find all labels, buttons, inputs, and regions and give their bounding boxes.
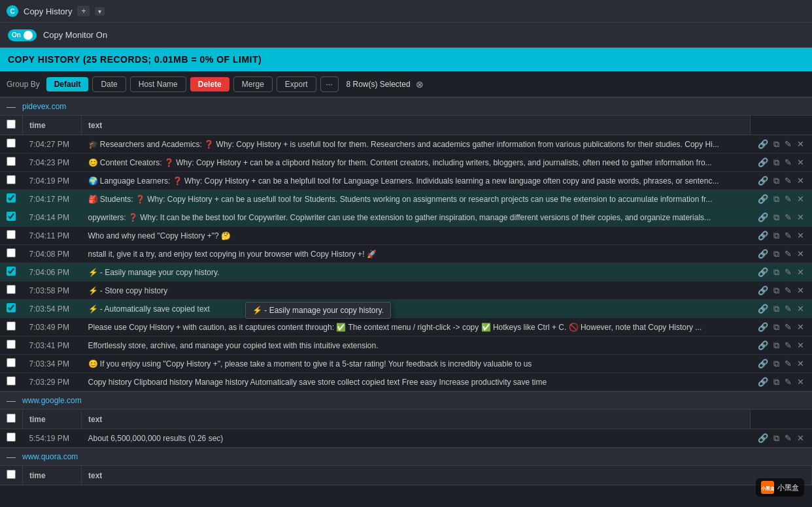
- row-checkbox[interactable]: [7, 267, 16, 276]
- table-row[interactable]: 7:03:41 PM Effortlessly store, archive, …: [0, 336, 812, 355]
- row-checkbox-cell[interactable]: [0, 318, 23, 336]
- link-icon[interactable]: 🔗: [756, 176, 770, 186]
- btn-default[interactable]: Default: [46, 77, 89, 91]
- copy-icon[interactable]: ⧉: [772, 157, 781, 168]
- link-icon[interactable]: 🔗: [756, 322, 770, 332]
- edit-icon[interactable]: ✎: [783, 359, 793, 368]
- edit-icon[interactable]: ✎: [783, 249, 793, 259]
- col-checkbox-header[interactable]: [0, 466, 23, 485]
- edit-icon[interactable]: ✎: [783, 340, 793, 350]
- delete-row-icon[interactable]: ✕: [796, 377, 805, 387]
- link-icon[interactable]: 🔗: [756, 157, 770, 167]
- table-row[interactable]: 7:04:08 PM nstall it, give it a try, and…: [0, 245, 812, 263]
- delete-row-icon[interactable]: ✕: [796, 322, 805, 332]
- group-toggle-pidevex[interactable]: —: [7, 101, 17, 112]
- row-checkbox-cell[interactable]: [0, 154, 23, 172]
- copy-icon[interactable]: ⧉: [772, 433, 781, 444]
- row-checkbox[interactable]: [7, 230, 16, 239]
- row-checkbox[interactable]: [7, 139, 16, 148]
- edit-icon[interactable]: ✎: [783, 157, 793, 167]
- copy-icon[interactable]: ⧉: [772, 212, 781, 223]
- delete-row-icon[interactable]: ✕: [796, 286, 805, 295]
- row-checkbox[interactable]: [7, 321, 16, 331]
- delete-row-icon[interactable]: ✕: [796, 304, 805, 314]
- table-row[interactable]: 7:04:27 PM 🎓 Researchers and Academics: …: [0, 135, 812, 154]
- group-url-quora[interactable]: www.quora.com: [22, 452, 78, 461]
- table-row[interactable]: 7:03:34 PM 😊 If you enjoy using "Copy Hi…: [0, 355, 812, 373]
- delete-row-icon[interactable]: ✕: [796, 249, 805, 259]
- group-toggle-quora[interactable]: —: [7, 451, 17, 462]
- edit-icon[interactable]: ✎: [783, 377, 793, 387]
- copy-icon[interactable]: ⧉: [772, 231, 781, 241]
- delete-row-icon[interactable]: ✕: [796, 176, 805, 186]
- row-checkbox-cell[interactable]: [0, 190, 23, 208]
- delete-row-icon[interactable]: ✕: [796, 157, 805, 167]
- row-checkbox[interactable]: [7, 248, 16, 257]
- row-checkbox-cell[interactable]: [0, 373, 23, 391]
- row-checkbox[interactable]: [7, 193, 16, 203]
- row-checkbox-cell[interactable]: [0, 263, 23, 282]
- link-icon[interactable]: 🔗: [756, 304, 770, 314]
- link-icon[interactable]: 🔗: [756, 194, 770, 204]
- table-row[interactable]: 7:03:54 PM ⚡ - Automatically save copied…: [0, 300, 812, 318]
- link-icon[interactable]: 🔗: [756, 139, 770, 149]
- row-checkbox[interactable]: [7, 157, 16, 166]
- copy-icon[interactable]: ⧉: [772, 286, 781, 296]
- copy-icon[interactable]: ⧉: [772, 249, 781, 259]
- col-checkbox-header-google[interactable]: [0, 410, 23, 429]
- row-checkbox[interactable]: [7, 285, 16, 294]
- select-all-checkbox-quora[interactable]: [7, 470, 16, 479]
- row-checkbox[interactable]: [7, 340, 16, 349]
- group-toggle-google[interactable]: —: [7, 395, 17, 406]
- edit-icon[interactable]: ✎: [783, 267, 793, 277]
- edit-icon[interactable]: ✎: [783, 231, 793, 240]
- delete-row-icon[interactable]: ✕: [796, 267, 805, 277]
- copy-icon[interactable]: ⧉: [772, 359, 781, 369]
- copy-icon[interactable]: ⧉: [772, 304, 781, 314]
- table-row[interactable]: 7:03:49 PM Please use Copy History + wit…: [0, 318, 812, 336]
- copy-icon[interactable]: ⧉: [772, 176, 781, 186]
- row-checkbox-cell[interactable]: [0, 300, 23, 318]
- link-icon[interactable]: 🔗: [756, 340, 770, 350]
- row-checkbox[interactable]: [7, 175, 16, 184]
- edit-icon[interactable]: ✎: [783, 176, 793, 186]
- row-checkbox-cell[interactable]: [0, 282, 23, 300]
- edit-icon[interactable]: ✎: [783, 322, 793, 332]
- delete-row-icon[interactable]: ✕: [796, 194, 805, 204]
- btn-date[interactable]: Date: [92, 76, 126, 92]
- select-all-checkbox-google[interactable]: [7, 414, 16, 423]
- link-icon[interactable]: 🔗: [756, 267, 770, 277]
- copy-icon[interactable]: ⧉: [772, 377, 781, 387]
- row-checkbox[interactable]: [7, 358, 16, 367]
- edit-icon[interactable]: ✎: [783, 304, 793, 314]
- table-row[interactable]: 7:04:11 PM Who and why need "Copy Histor…: [0, 227, 812, 245]
- edit-icon[interactable]: ✎: [783, 286, 793, 295]
- row-checkbox[interactable]: [7, 303, 16, 312]
- link-icon[interactable]: 🔗: [756, 433, 770, 443]
- edit-icon[interactable]: ✎: [783, 212, 793, 222]
- table-row[interactable]: 7:03:58 PM ⚡ - Store copy history 🔗 ⧉ ✎ …: [0, 282, 812, 300]
- group-url-pidevex[interactable]: pidevex.com: [22, 102, 66, 111]
- delete-row-icon[interactable]: ✕: [796, 231, 805, 240]
- copy-icon[interactable]: ⧉: [772, 139, 781, 150]
- row-checkbox-cell[interactable]: [0, 245, 23, 263]
- link-icon[interactable]: 🔗: [756, 231, 770, 240]
- title-dropdown[interactable]: ▾: [95, 7, 105, 16]
- delete-row-icon[interactable]: ✕: [796, 212, 805, 222]
- row-checkbox-cell[interactable]: [0, 429, 23, 448]
- row-checkbox-cell[interactable]: [0, 135, 23, 154]
- btn-more[interactable]: ···: [320, 76, 339, 92]
- select-all-checkbox-pidevex[interactable]: [7, 120, 16, 129]
- copy-icon[interactable]: ⧉: [772, 267, 781, 278]
- copy-icon[interactable]: ⧉: [772, 340, 781, 351]
- link-icon[interactable]: 🔗: [756, 212, 770, 222]
- copy-icon[interactable]: ⧉: [772, 194, 781, 204]
- table-row[interactable]: 7:04:06 PM ⚡ - Easily manage your copy h…: [0, 263, 812, 282]
- table-row[interactable]: 7:04:19 PM 🌍 Language Learners: ❓ Why: C…: [0, 172, 812, 190]
- table-row[interactable]: 7:04:23 PM 😊 Content Creators: ❓ Why: Co…: [0, 154, 812, 172]
- copy-icon[interactable]: ⧉: [772, 322, 781, 333]
- btn-host-name[interactable]: Host Name: [130, 76, 186, 92]
- link-icon[interactable]: 🔗: [756, 249, 770, 259]
- table-row[interactable]: 7:04:14 PM opywriters: ❓ Why: It can be …: [0, 208, 812, 227]
- edit-icon[interactable]: ✎: [783, 194, 793, 204]
